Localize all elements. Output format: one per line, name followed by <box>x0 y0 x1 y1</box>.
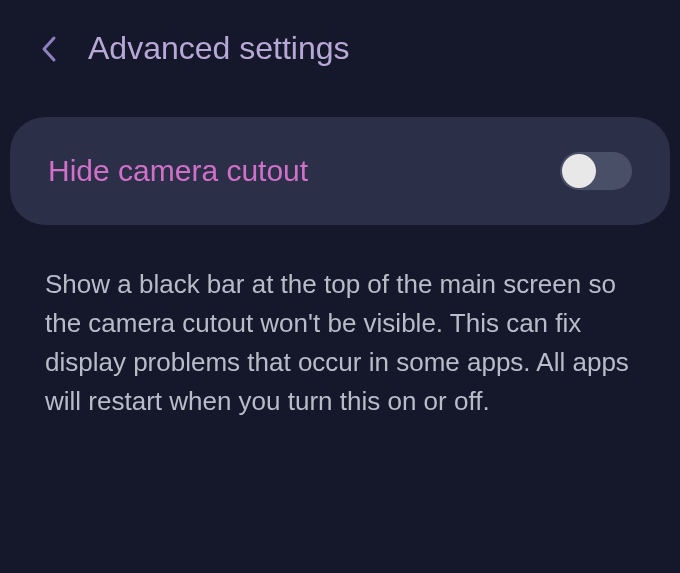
toggle-switch[interactable] <box>560 152 632 190</box>
setting-description: Show a black bar at the top of the main … <box>0 225 680 421</box>
toggle-knob <box>562 154 596 188</box>
setting-label: Hide camera cutout <box>48 154 308 188</box>
header: Advanced settings <box>0 0 680 87</box>
page-title: Advanced settings <box>88 30 350 67</box>
back-icon[interactable] <box>40 34 58 64</box>
setting-card[interactable]: Hide camera cutout <box>10 117 670 225</box>
